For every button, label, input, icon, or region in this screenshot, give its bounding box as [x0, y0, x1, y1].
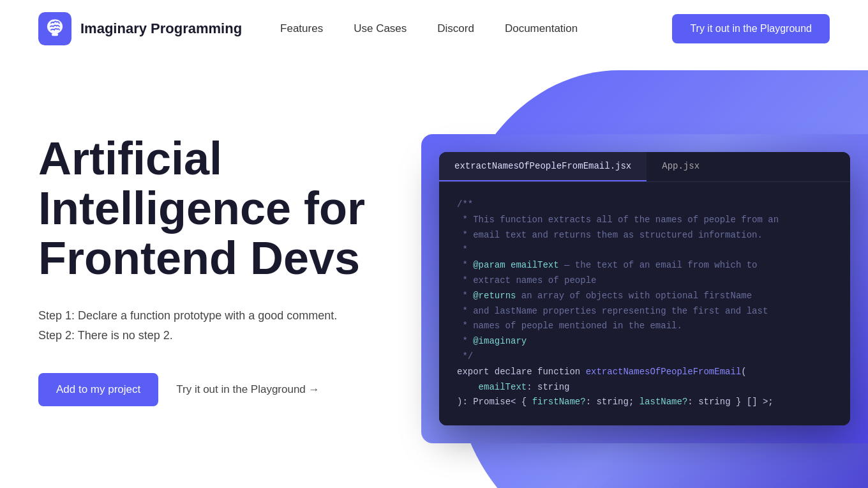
nav-link-features[interactable]: Features: [280, 22, 323, 35]
hero-buttons: Add to my project Try it out in the Play…: [38, 373, 421, 406]
hero-right: extractNamesOfPeopleFromEmail.jsx App.js…: [421, 134, 868, 443]
code-tabs: extractNamesOfPeopleFromEmail.jsx App.js…: [439, 152, 850, 182]
svg-rect-2: [52, 33, 58, 36]
nav-links: Features Use Cases Discord Documentation: [280, 22, 672, 35]
code-tab-app[interactable]: App.jsx: [647, 152, 715, 181]
hero-step-2: Step 2: There is no step 2.: [38, 326, 421, 346]
nav-link-usecases[interactable]: Use Cases: [354, 22, 407, 35]
code-panel: extractNamesOfPeopleFromEmail.jsx App.js…: [439, 152, 850, 425]
nav-link-discord[interactable]: Discord: [437, 22, 474, 35]
code-panel-wrapper: extractNamesOfPeopleFromEmail.jsx App.js…: [421, 134, 868, 443]
navbar: Imaginary Programming Features Use Cases…: [0, 0, 868, 57]
nav-cta-button[interactable]: Try it out in the Playground: [672, 14, 830, 43]
hero-steps: Step 1: Declare a function prototype wit…: [38, 306, 421, 345]
nav-logo-text: Imaginary Programming: [80, 20, 242, 37]
code-tab-extract[interactable]: extractNamesOfPeopleFromEmail.jsx: [439, 152, 647, 181]
hero-left: Artificial Intelligence for Frontend Dev…: [38, 96, 421, 406]
hero-title: Artificial Intelligence for Frontend Dev…: [38, 134, 421, 283]
add-project-button[interactable]: Add to my project: [38, 373, 158, 406]
hero-section: Artificial Intelligence for Frontend Dev…: [0, 57, 868, 485]
nav-logo[interactable]: Imaginary Programming: [38, 12, 242, 45]
code-body: /** * This function extracts all of the …: [439, 182, 850, 425]
brain-icon: [38, 12, 71, 45]
hero-step-1: Step 1: Declare a function prototype wit…: [38, 306, 421, 326]
code-content: /** * This function extracts all of the …: [457, 197, 832, 410]
playground-link-button[interactable]: Try it out in the Playground →: [176, 383, 319, 396]
nav-link-documentation[interactable]: Documentation: [505, 22, 578, 35]
